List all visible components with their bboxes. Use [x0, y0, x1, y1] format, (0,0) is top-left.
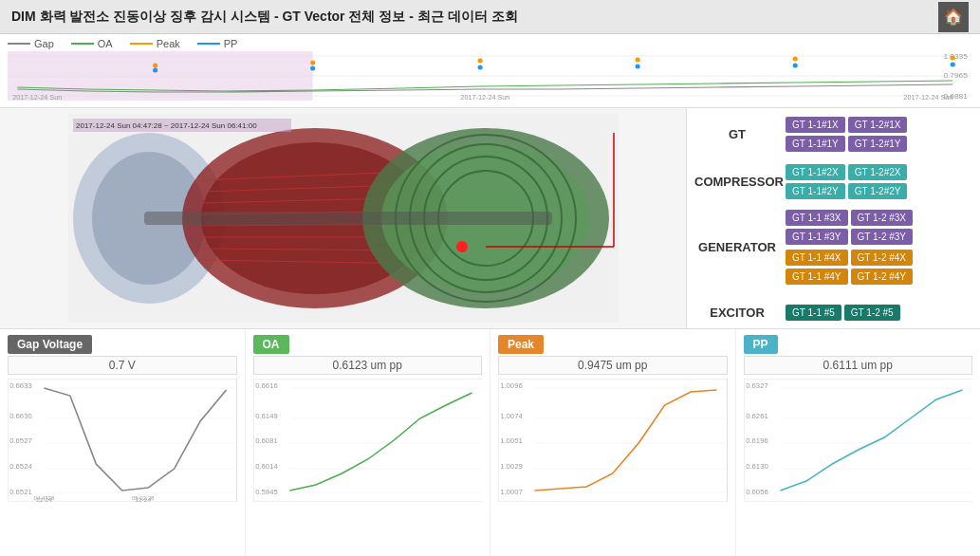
svg-text:2017-12-24 Sun: 2017-12-24 Sun: [460, 94, 509, 101]
oa-value: 0.6123 um pp: [253, 356, 483, 375]
gt-1-1-1y-button[interactable]: GT 1-1#1Y: [786, 136, 845, 152]
page-title: DIM 화력 발전소 진동이상 징후 감시 시스템 - GT Vector 전체…: [11, 9, 518, 26]
home-button[interactable]: 🏠: [938, 2, 969, 32]
gt-1-1-5-button[interactable]: GT 1-1 #5: [786, 305, 841, 321]
legend-gap: Gap: [8, 38, 54, 49]
svg-point-9: [478, 59, 483, 64]
svg-text:2017-12-24 Sun: 2017-12-24 Sun: [903, 94, 952, 101]
metrics-section: Gap Voltage 0.7 V 0.6633 0.6630 0.6527 0…: [0, 328, 980, 556]
svg-point-15: [478, 65, 483, 70]
svg-text:0.6521: 0.6521: [9, 488, 31, 496]
gt-label: GT: [694, 127, 780, 141]
gt-1-1-4y-button[interactable]: GT 1-1 #4Y: [786, 269, 848, 285]
svg-point-14: [310, 66, 315, 71]
gt-buttons: GT 1-1#1X GT 1-2#1X GT 1-1#1Y GT 1-2#1Y: [786, 117, 907, 152]
svg-point-11: [793, 57, 798, 62]
svg-text:0.6130: 0.6130: [746, 462, 767, 471]
svg-text:1.0335: 1.0335: [943, 52, 968, 61]
gt-1-1-3x-button[interactable]: GT 1-1 #3X: [786, 210, 848, 226]
svg-point-8: [310, 61, 315, 65]
peak-chart: 1.0096 1.0074 1.0051 1.0029 1.0007: [498, 379, 728, 550]
gt-1-2-4x-button[interactable]: GT 1-2 #4X: [851, 250, 914, 266]
peak-label-box: Peak: [498, 335, 544, 354]
generator-label: GENERATOR: [694, 240, 780, 254]
legend-pp: PP: [197, 38, 238, 49]
turbine-area: 2017-12-24 Sun 04:47:28 ~ 2017-12-24 Sun…: [0, 108, 686, 328]
svg-point-12: [951, 56, 955, 61]
chart-strip: Gap OA Peak PP 1.0335 0.7965 0.6881: [0, 34, 980, 108]
svg-text:1.0074: 1.0074: [500, 412, 522, 420]
metric-oa-header: OA: [253, 335, 483, 354]
svg-rect-84: [744, 379, 973, 502]
pp-label-box: PP: [744, 335, 778, 354]
svg-point-10: [636, 58, 640, 63]
svg-text:0.6081: 0.6081: [255, 436, 277, 445]
svg-text:0.6616: 0.6616: [255, 381, 277, 390]
svg-rect-73: [498, 379, 728, 502]
svg-text:0.6261: 0.6261: [746, 412, 767, 420]
gt-1-1-3y-button[interactable]: GT 1-1 #3Y: [786, 229, 848, 245]
svg-text:0.5945: 0.5945: [255, 488, 277, 496]
svg-point-16: [636, 65, 640, 69]
svg-text:1.0029: 1.0029: [500, 462, 522, 471]
svg-rect-47: [8, 379, 237, 502]
pp-label: PP: [224, 38, 238, 49]
svg-text:0.6196: 0.6196: [746, 436, 767, 445]
svg-text:0.6527: 0.6527: [9, 436, 31, 445]
svg-point-18: [951, 63, 955, 67]
svg-text:2017-12-24 Sun: 2017-12-24 Sun: [12, 94, 62, 101]
metric-gap: Gap Voltage 0.7 V 0.6633 0.6630 0.6527 0…: [0, 329, 246, 556]
gt-1-1-4x-button[interactable]: GT 1-1 #4X: [786, 250, 848, 266]
legend-oa: OA: [71, 38, 113, 49]
peak-line: [130, 43, 153, 45]
generator-buttons: GT 1-1 #3X GT 1-2 #3X GT 1-1 #3Y GT 1-2 …: [786, 210, 913, 285]
gt-1-2-2y-button[interactable]: GT 1-2#2Y: [848, 183, 908, 199]
svg-text:0.6630: 0.6630: [9, 412, 31, 420]
svg-point-42: [456, 241, 468, 252]
panel-row-compressor: COMPRESSOR GT 1-1#2X GT 1-2#2X GT 1-1#2Y…: [694, 161, 972, 201]
panel-row-generator: GENERATOR GT 1-1 #3X GT 1-2 #3X GT 1-1 #…: [694, 209, 972, 285]
excitor-buttons: GT 1-1 #5 GT 1-2 #5: [786, 305, 900, 321]
peak-value: 0.9475 um pp: [498, 356, 728, 375]
panel-row-gt: GT GT 1-1#1X GT 1-2#1X GT 1-1#1Y GT 1-2#…: [694, 114, 972, 154]
svg-rect-41: [144, 212, 552, 225]
svg-rect-62: [253, 379, 483, 502]
gt-1-2-2x-button[interactable]: GT 1-2#2X: [848, 164, 908, 180]
svg-text:0.6524: 0.6524: [9, 462, 31, 471]
metric-oa: OA 0.6123 um pp 0.6616 0.6149 0.6081 0.6…: [246, 329, 491, 556]
svg-text:0.6056: 0.6056: [746, 488, 767, 496]
legend-row: Gap OA Peak PP: [8, 36, 972, 51]
legend-peak: Peak: [130, 38, 180, 49]
gt-1-1-2x-button[interactable]: GT 1-1#2X: [786, 164, 845, 180]
svg-text:0.6014: 0.6014: [255, 462, 277, 471]
svg-text:1.0096: 1.0096: [500, 381, 522, 390]
svg-text:0.6633: 0.6633: [9, 381, 31, 390]
svg-text:1.0007: 1.0007: [500, 488, 522, 496]
main-section: 2017-12-24 Sun 04:47:28 ~ 2017-12-24 Sun…: [0, 108, 980, 328]
gt-1-2-1y-button[interactable]: GT 1-2#1Y: [848, 136, 908, 152]
gt-1-2-3y-button[interactable]: GT 1-2 #3Y: [851, 229, 914, 245]
turbine-diagram: 2017-12-24 Sun 04:47:28 ~ 2017-12-24 Sun…: [68, 114, 619, 323]
gt-1-2-1x-button[interactable]: GT 1-2#1X: [848, 117, 908, 133]
pp-line: [197, 43, 220, 45]
panel-area: GT GT 1-1#1X GT 1-2#1X GT 1-1#1Y GT 1-2#…: [686, 108, 980, 328]
oa-chart: 0.6616 0.6149 0.6081 0.6014 0.5945: [253, 379, 483, 550]
svg-text:0.6327: 0.6327: [746, 381, 767, 390]
gap-label: Gap: [34, 38, 54, 49]
metric-pp-header: PP: [744, 335, 973, 354]
strip-chart: 1.0335 0.7965 0.6881 2017-12-24 Sun 2017…: [8, 51, 972, 101]
gt-1-2-4y-button[interactable]: GT 1-2 #4Y: [851, 269, 914, 285]
gap-label-box: Gap Voltage: [8, 335, 92, 354]
gt-1-1-2y-button[interactable]: GT 1-1#2Y: [786, 183, 845, 199]
compressor-buttons: GT 1-1#2X GT 1-2#2X GT 1-1#2Y GT 1-2#2Y: [786, 164, 907, 199]
svg-point-7: [153, 64, 157, 68]
gt-1-2-3x-button[interactable]: GT 1-2 #3X: [851, 210, 914, 226]
pp-value: 0.6111 um pp: [744, 356, 973, 375]
svg-point-17: [793, 64, 798, 68]
svg-text:04:4728: 04:4728: [34, 495, 55, 501]
gt-1-2-5-button[interactable]: GT 1-2 #5: [844, 305, 900, 321]
panel-row-excitor: EXCITOR GT 1-1 #5 GT 1-2 #5: [694, 292, 972, 332]
gt-1-1-1x-button[interactable]: GT 1-1#1X: [786, 117, 845, 133]
oa-label: OA: [98, 38, 113, 49]
compressor-label: COMPRESSOR: [694, 175, 780, 189]
